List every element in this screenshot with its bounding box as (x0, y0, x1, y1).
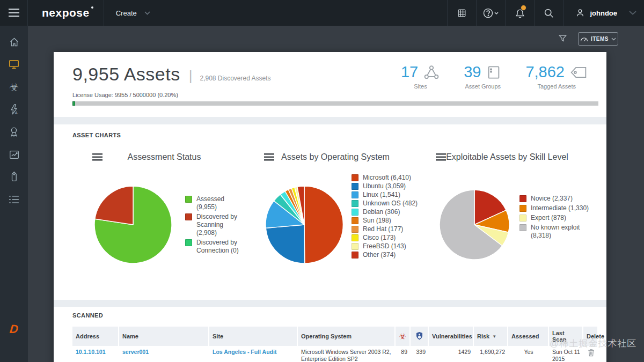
pie-slice-discovered-by-scanning[interactable] (95, 186, 133, 225)
nexpose-dashboard: nexpose Create johndoe (0, 0, 644, 362)
items-label: ITEMS (591, 36, 609, 42)
legend-label: FreeBSD (143) (363, 242, 406, 250)
app-logo-text: nexpose (42, 6, 90, 19)
menu-button[interactable] (0, 0, 28, 26)
column-header-vulns[interactable]: Vulnerabilities (429, 327, 474, 346)
legend-label: Linux (1,541) (363, 191, 400, 199)
pie-slice-ubuntu[interactable] (266, 225, 304, 263)
counters: 17 Sites 39 Asset Groups 7,862 (401, 63, 588, 90)
legend-label: Expert (878) (531, 214, 566, 222)
column-header-risk[interactable]: Risk▼ (474, 327, 508, 346)
sidebar-item-administration[interactable] (0, 188, 28, 211)
cell-os: Microsoft Windows Server 2003 R2, Enterp… (298, 346, 396, 362)
legend-swatch (352, 209, 358, 216)
legend-swatch (352, 174, 358, 181)
assets-total: 9,955 Assets (72, 64, 180, 85)
top-navbar: nexpose Create johndoe (0, 0, 644, 26)
navbar-collapse-button[interactable] (629, 0, 644, 26)
sidebar-item-vulnerabilities[interactable]: ☣ (0, 76, 28, 98)
navbar-right-actions: johndoe (447, 0, 644, 26)
column-header-address[interactable]: Address (72, 327, 119, 346)
watermark: @稀土掘金技术社区 (550, 337, 636, 350)
filter-button[interactable] (558, 34, 567, 43)
table-header-row: AddressNameSiteOperating System☣Vulnerab… (72, 327, 598, 346)
filter-funnel-icon (558, 34, 567, 43)
legend-label: Red Hat (177) (363, 225, 403, 233)
apps-grid-button[interactable] (447, 0, 476, 26)
site-link[interactable]: Los Angeles - Full Audit (213, 349, 276, 355)
sidebar-item-assets[interactable] (0, 53, 28, 76)
legend-swatch (185, 213, 192, 220)
create-menu-button[interactable]: Create (104, 0, 160, 26)
search-button[interactable] (534, 0, 563, 26)
legend-item[interactable]: Intermediate (1,330) (519, 204, 592, 212)
legend-swatch (352, 217, 358, 224)
asset-charts-section: ASSET CHARTS Assessment Status Assessed … (54, 124, 606, 300)
search-icon (544, 8, 554, 18)
tag-icon (9, 172, 19, 182)
notification-badge (521, 5, 526, 11)
scanned-assets-table: AddressNameSiteOperating System☣Vulnerab… (72, 327, 598, 362)
app-logo[interactable]: nexpose (28, 0, 104, 26)
column-header-malware[interactable]: ☣ (396, 327, 411, 346)
column-header-name[interactable]: Name (119, 327, 209, 346)
column-header-assessed[interactable]: Assessed (508, 327, 549, 346)
asset-stats-section: 9,955 Assets | 2,908 Discovered Assets L… (54, 52, 606, 117)
discovered-assets: 2,908 Discovered Assets (200, 75, 270, 82)
license-progress-bar (72, 101, 598, 106)
asset-groups-counter[interactable]: 39 Asset Groups (464, 63, 502, 90)
name-link[interactable]: server001 (122, 349, 149, 355)
address-link[interactable]: 10.1.10.101 (76, 349, 105, 355)
help-menu-button[interactable] (476, 0, 505, 26)
column-header-site[interactable]: Site (209, 327, 298, 346)
cell-name: server001 (119, 346, 209, 362)
legend-label: Cisco (173) (363, 234, 396, 242)
cell-assessed: Yes (508, 346, 549, 362)
chart-title: Exploitable Assets by Skill Level (437, 152, 577, 162)
license-usage-label: License Usage: 9955 / 5000000 (0.20%) (72, 92, 178, 98)
sidebar-item-tags[interactable] (0, 166, 28, 188)
column-header-os[interactable]: Operating System (298, 327, 396, 346)
sidebar-item-reports[interactable] (0, 143, 28, 166)
cell-site: Los Angeles - Full Audit (209, 346, 298, 362)
legend-swatch (519, 195, 526, 202)
column-header-exploit[interactable] (411, 327, 429, 346)
sites-counter[interactable]: 17 Sites (401, 63, 440, 90)
cell-address: 10.1.10.101 (72, 346, 119, 362)
legend-item[interactable]: Novice (2,337) (519, 195, 592, 203)
help-icon (483, 8, 499, 18)
tagged-assets-count: 7,862 (525, 63, 565, 81)
legend-swatch (519, 224, 526, 231)
apps-grid-icon (457, 8, 467, 18)
assessment-status-pie[interactable] (93, 185, 173, 267)
sites-network-icon (423, 64, 440, 80)
sidebar-item-policies[interactable] (0, 121, 28, 143)
sidebar-item-exploits[interactable]: A (0, 98, 28, 121)
items-dropdown-button[interactable]: ITEMS (578, 32, 618, 46)
chart-title: Assessment Status (94, 152, 234, 162)
svg-text:A: A (15, 110, 18, 115)
logo-trademark-dot (91, 6, 93, 9)
scanned-heading: SCANNED (72, 312, 103, 319)
username: johndoe (590, 9, 617, 17)
sidebar-item-home[interactable] (0, 31, 28, 53)
table-row: 10.1.10.101server001Los Angeles - Full A… (72, 346, 598, 362)
legend-label: Debian (306) (363, 208, 400, 216)
legend-swatch (519, 205, 526, 212)
cell-vulns: 1429 (429, 346, 474, 362)
delete-trash-icon[interactable] (588, 349, 595, 362)
biohazard-icon: ☣ (9, 82, 19, 92)
report-chart-icon (9, 150, 20, 160)
legend-item[interactable]: No known exploit (8,318) (519, 224, 592, 240)
notifications-button[interactable] (505, 0, 534, 26)
legend-item[interactable]: Expert (878) (519, 214, 592, 222)
assets-by-os-pie[interactable] (265, 185, 344, 267)
pie-slice-microsoft[interactable] (304, 186, 343, 263)
legend-swatch (352, 243, 358, 250)
exploit-shield-icon (415, 331, 423, 341)
exploitable-by-skill-pie[interactable] (438, 189, 510, 263)
divider: | (189, 68, 193, 84)
license-progress-fill (72, 101, 75, 106)
user-menu[interactable]: johndoe (563, 0, 629, 26)
tagged-assets-counter[interactable]: 7,862 Tagged Assets (525, 63, 588, 90)
